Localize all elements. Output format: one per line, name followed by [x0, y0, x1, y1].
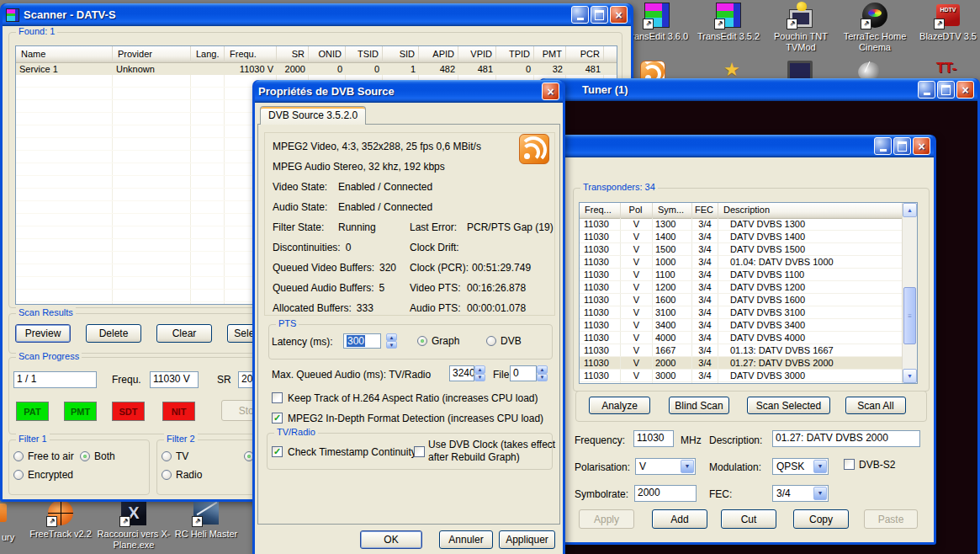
apply-dialog-button[interactable]: Appliquer: [499, 530, 555, 549]
desktop-icon-wand[interactable]: ★: [723, 61, 740, 79]
transponder-row[interactable]: 11030 V 4000 3/4 DATV DVBS 4000: [580, 332, 903, 344]
scrollbar-thumb[interactable]: ≡: [903, 287, 916, 344]
tuner-maximize-button[interactable]: [937, 81, 955, 99]
tuner-close-button[interactable]: ×: [956, 81, 974, 99]
desktop-icon-tt[interactable]: TT-: [936, 61, 956, 76]
transponder-row[interactable]: 11030 V 1200 3/4 DATV DVBS 1200: [580, 281, 903, 294]
clear-button[interactable]: Clear: [156, 324, 212, 343]
transponder-column-header[interactable]: FEC: [692, 203, 718, 218]
transponder-row[interactable]: 11030 V 3000 3/4 DATV DVBS 3000: [580, 370, 903, 382]
transponder-row[interactable]: 11030 V 1667 3/4 01.13: DATV DVBS 1667: [580, 344, 903, 357]
copy-button[interactable]: Copy: [793, 509, 849, 529]
filter1-both-radio[interactable]: [80, 451, 90, 461]
tab-dvb-source[interactable]: DVB Source 3.5.2.0: [260, 106, 366, 125]
transponder-column-header[interactable]: Sym...: [653, 203, 692, 218]
scanner-column-header[interactable]: Lang.: [191, 46, 225, 62]
scanner-column-header[interactable]: Frequ.: [225, 46, 277, 62]
max-queued-file-input[interactable]: 0: [510, 365, 537, 381]
blind-scan-button[interactable]: Blind Scan: [669, 397, 729, 414]
graph-radio[interactable]: [417, 336, 427, 346]
max-queued-tv-spinner[interactable]: ▲▼: [474, 365, 485, 381]
scanner-close-button[interactable]: ×: [610, 6, 628, 24]
desktop-icon-freetrack[interactable]: ↗ FreeTrack v2.2: [24, 499, 98, 540]
fec-select[interactable]: 3/4: [772, 485, 829, 502]
max-queued-file-spinner[interactable]: ▲▼: [537, 365, 548, 381]
scanner-list-header[interactable]: NameProviderLang.Frequ.SRONIDTSIDSIDAPID…: [16, 46, 617, 63]
preview-button[interactable]: Preview: [15, 324, 71, 343]
scanner-column-header[interactable]: SR: [277, 46, 309, 62]
scan-all-button[interactable]: Scan All: [845, 397, 906, 414]
dvb-clock-checkbox[interactable]: [414, 446, 425, 457]
frequ-field[interactable]: 11030 V: [150, 371, 199, 388]
desktop-icon-rcheli[interactable]: ↗ RC Heli Master: [169, 499, 243, 540]
filter2-radio-radio[interactable]: [162, 470, 172, 480]
desktop-icon-pouchin[interactable]: ↗ Pouchin TNT TVMod: [764, 2, 838, 53]
transponder-column-header[interactable]: Freq...: [580, 203, 621, 218]
scanner-titlebar[interactable]: Scanner - DATV-S ×: [3, 3, 631, 26]
symbolrate-field[interactable]: 2000: [634, 485, 697, 502]
add-button[interactable]: Add: [652, 509, 707, 529]
transponder-close-button[interactable]: ×: [913, 137, 930, 155]
scan-selected-button[interactable]: Scan Selected: [747, 397, 830, 414]
dialog-titlebar[interactable]: Propriétés de DVB Source ×: [255, 80, 563, 103]
transponder-row[interactable]: 11030 V 1500 3/4 DATV DVBS 1500: [580, 243, 903, 256]
scanner-minimize-button[interactable]: [571, 6, 589, 24]
transponder-column-header[interactable]: Pol: [621, 203, 653, 218]
latency-spinner[interactable]: ▲▼: [386, 333, 397, 349]
tuner-titlebar[interactable]: Tuner (1) ×: [541, 78, 977, 101]
tuner-minimize-button[interactable]: [918, 81, 935, 99]
scanner-column-header[interactable]: ONID: [309, 46, 346, 62]
scanner-maximize-button[interactable]: [591, 6, 608, 24]
scanner-column-header[interactable]: Provider: [113, 46, 191, 62]
latency-input[interactable]: 300: [343, 333, 381, 349]
scroll-up-icon[interactable]: ▲: [903, 203, 917, 217]
polarisation-select[interactable]: V: [635, 458, 696, 475]
desktop-icon-terratec[interactable]: ↗ TerraTec Home Cinema: [838, 2, 912, 53]
scanner-column-header[interactable]: SID: [383, 46, 419, 62]
scanner-column-header[interactable]: PCR: [566, 46, 604, 62]
description-field[interactable]: 01.27: DATV DVBS 2000: [772, 430, 920, 447]
scanner-column-header[interactable]: APID: [419, 46, 458, 62]
max-queued-tv-input[interactable]: 3240: [449, 365, 474, 381]
h264-checkbox[interactable]: [272, 392, 283, 403]
transponder-scrollbar[interactable]: ▲ ≡ ▼: [902, 203, 917, 383]
transponder-maximize-button[interactable]: [893, 137, 911, 155]
transponder-list[interactable]: Freq...PolSym...FECDescription 11030 V 1…: [579, 202, 918, 384]
dvb-radio[interactable]: [486, 336, 496, 346]
transponder-row[interactable]: 11030 V 3100 3/4 DATV DVBS 3100: [580, 306, 903, 319]
cancel-button[interactable]: Annuler: [439, 530, 493, 549]
delete-button[interactable]: Delete: [86, 324, 141, 343]
desktop-icon-partial[interactable]: [0, 503, 7, 522]
filter2-tv-radio[interactable]: [162, 451, 172, 461]
timestamp-checkbox[interactable]: [272, 446, 283, 457]
desktop-icon-transedit-352[interactable]: ↗ TransEdit 3.5.2: [691, 2, 765, 42]
transponder-column-header[interactable]: Description: [718, 203, 903, 218]
transponder-row[interactable]: 11030 V 1000 3/4 01.04: DATV DVBS 1000: [580, 256, 903, 269]
scanner-column-header[interactable]: Name: [16, 46, 113, 62]
scanner-column-header[interactable]: VPID: [458, 46, 496, 62]
paste-button[interactable]: Paste: [864, 509, 918, 529]
scanner-column-header[interactable]: TPID: [496, 46, 534, 62]
transponder-row[interactable]: 11030 V 1400 3/4 DATV DVBS 1400: [580, 231, 903, 243]
desktop-icon-blazedtv[interactable]: HDTV↗ BlazeDTV 3.5: [911, 2, 980, 42]
dialog-close-button[interactable]: ×: [542, 83, 559, 100]
dvbs2-checkbox[interactable]: [844, 459, 855, 470]
transponder-row[interactable]: 11030 V 2000 3/4 01.27: DATV DVBS 2000: [580, 357, 903, 370]
frequency-field[interactable]: 11030: [633, 430, 674, 447]
cut-button[interactable]: Cut: [721, 509, 776, 529]
analyze-button[interactable]: Analyze: [589, 397, 650, 414]
scanner-column-header[interactable]: PMT: [534, 46, 566, 62]
progress-field[interactable]: 1 / 1: [13, 371, 97, 388]
scroll-down-icon[interactable]: ▼: [903, 369, 917, 383]
filter1-free-radio[interactable]: [13, 451, 24, 461]
modulation-select[interactable]: QPSK: [772, 458, 829, 475]
transponder-row[interactable]: 11030 V 3400 3/4 DATV DVBS 3400: [580, 319, 903, 332]
ok-button[interactable]: OK: [360, 530, 422, 549]
filter1-encrypted-radio[interactable]: [13, 470, 24, 480]
transponder-minimize-button[interactable]: [874, 137, 892, 155]
mpeg2-checkbox[interactable]: [272, 413, 283, 423]
apply-button[interactable]: Apply: [579, 509, 634, 529]
desktop-icon-label-partial[interactable]: ury: [2, 532, 14, 542]
scanner-column-header[interactable]: TSID: [346, 46, 383, 62]
transponder-row[interactable]: 11087 V 5000 Auto DATV DVBS 437 DG0VE 50…: [580, 382, 903, 384]
